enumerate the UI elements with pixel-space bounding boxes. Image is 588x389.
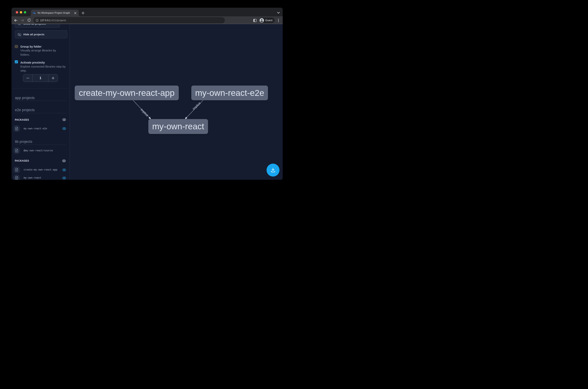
svg-text:implicit: implicit: [192, 101, 201, 110]
